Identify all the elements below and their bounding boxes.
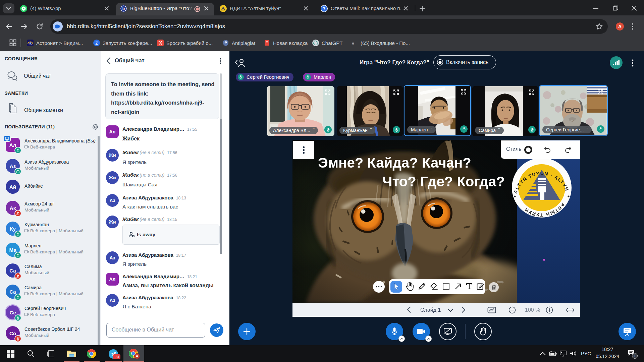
svg-text:b: b <box>122 6 125 11</box>
svg-text:?: ? <box>323 6 326 11</box>
svg-text:Z: Z <box>95 41 98 46</box>
svg-text:Эмне? Кайда? Качан?: Эмне? Кайда? Качан? <box>318 155 471 171</box>
svg-text:A: A <box>29 41 32 46</box>
svg-text:Что? Где? Когда?: Что? Где? Когда? <box>382 174 505 189</box>
